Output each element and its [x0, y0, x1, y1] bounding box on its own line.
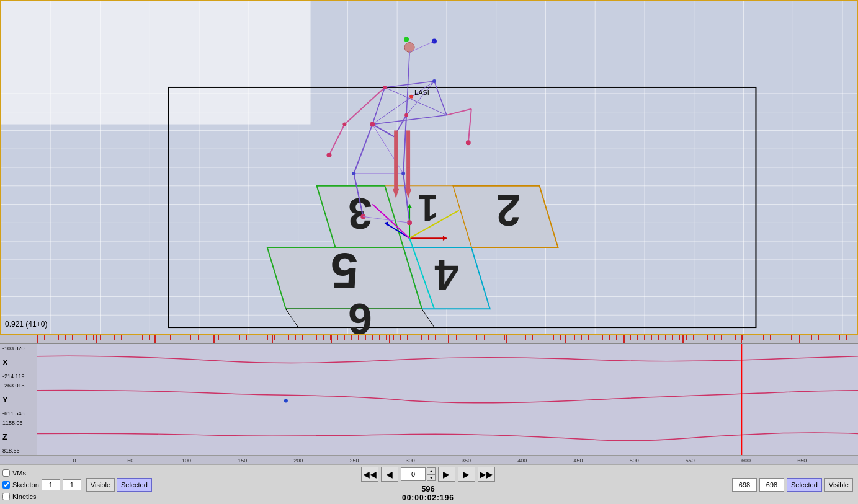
red-tick-mark — [777, 335, 777, 340]
channel-x-minval: -214.119 — [2, 373, 34, 379]
red-tick-large — [213, 335, 215, 343]
svg-rect-97 — [37, 381, 858, 418]
svg-point-90 — [432, 79, 436, 83]
red-tick-mark — [233, 335, 233, 340]
end-frame-input2[interactable] — [759, 478, 784, 492]
tick-550: 550 — [686, 458, 695, 464]
skeleton-val1-input[interactable] — [42, 479, 60, 490]
skeleton-checkbox[interactable] — [2, 481, 10, 489]
back-frame-button[interactable]: ◀ — [381, 467, 398, 482]
red-tick-mark — [358, 335, 359, 340]
red-tick-mark — [700, 335, 700, 340]
play-button[interactable]: ▶ — [458, 467, 475, 482]
3d-viewport[interactable]: 2 1 3 4 5 6 — [0, 0, 858, 335]
red-tick-mark — [735, 335, 736, 340]
red-tick-mark — [456, 335, 457, 340]
red-tick-large — [37, 335, 38, 343]
red-tick-mark — [519, 335, 519, 340]
layer-controls: VMs Skeleton Visible Selected Kinetics — [0, 468, 124, 502]
red-tick-large — [96, 335, 97, 343]
red-tick-mark — [512, 335, 512, 340]
tick-marks-area: 050100150200250300350400450500550600650 — [74, 456, 858, 464]
red-tick-mark — [428, 335, 429, 340]
red-tick-mark — [630, 335, 631, 340]
red-tick-mark — [784, 335, 784, 340]
red-tick-mark — [393, 335, 394, 340]
frame-counter-input[interactable] — [401, 467, 426, 481]
channel-z-graph — [37, 418, 858, 455]
red-tick-mark — [177, 335, 177, 340]
red-tick-mark — [190, 335, 191, 340]
red-tick-mark — [254, 335, 254, 340]
svg-point-57 — [432, 39, 437, 44]
frame-spinner: ▲ ▼ — [427, 467, 436, 481]
svg-rect-1 — [1, 1, 311, 125]
red-tick-mark — [811, 335, 812, 340]
svg-point-88 — [404, 113, 408, 117]
timeline-panel: -103.820 X -214.119 -263.015 Y -611.548 — [0, 343, 858, 464]
red-tick-mark — [407, 335, 408, 340]
end-frame-input1[interactable] — [732, 478, 757, 492]
skeleton-row: Skeleton Visible Selected — [2, 478, 122, 492]
red-tick-mark — [163, 335, 163, 340]
viewport-label-text: 0.921 (41+0) — [5, 320, 47, 329]
vms-checkbox[interactable] — [2, 469, 10, 477]
red-tick-mark — [693, 335, 694, 340]
red-tick-mark — [156, 335, 156, 340]
selected-button-right[interactable]: Selected — [787, 478, 822, 492]
kinetics-label: Kinetics — [12, 493, 37, 500]
svg-rect-100 — [37, 418, 858, 455]
tl-label-spacer — [0, 335, 37, 343]
channel-y-maxval: -263.015 — [2, 382, 34, 389]
red-tick-mark — [574, 335, 575, 340]
red-tick-mark — [798, 335, 798, 340]
red-tick-large — [506, 335, 507, 343]
channel-y-name: Y — [2, 395, 34, 404]
frame-number-display: 596 — [421, 484, 435, 493]
tick-500: 500 — [630, 458, 639, 464]
tick-300: 300 — [406, 458, 415, 464]
red-tick-mark — [386, 335, 387, 340]
tl-ticks-area — [37, 335, 858, 343]
red-tick-mark — [51, 335, 51, 340]
red-tick-large — [154, 335, 156, 343]
red-tick-mark — [540, 335, 540, 340]
red-tick-large — [331, 335, 332, 343]
playback-row: ◀◀ ◀ ▲ ▼ ▶ ▶ ▶▶ — [361, 467, 495, 482]
frame-up-button[interactable]: ▲ — [427, 467, 436, 474]
forward-frame-button[interactable]: ▶ — [438, 467, 455, 482]
svg-point-89 — [383, 86, 387, 89]
visible-button-left[interactable]: Visible — [86, 478, 115, 492]
tick-350: 350 — [462, 458, 471, 464]
red-tick-mark — [763, 335, 764, 340]
channel-z-minval: 818.66 — [2, 448, 34, 454]
kinetics-checkbox[interactable] — [2, 493, 10, 500]
red-tick-mark — [463, 335, 463, 340]
visible-button-right[interactable]: Visible — [824, 478, 853, 492]
channel-z-row: 1158.06 Z 818.66 — [0, 418, 858, 456]
channel-x-row: -103.820 X -214.119 — [0, 344, 858, 381]
red-tick-large — [741, 335, 742, 343]
red-tick-mark — [476, 335, 477, 340]
skip-end-button[interactable]: ▶▶ — [478, 467, 495, 482]
channel-x-maxval: -103.820 — [2, 345, 34, 351]
red-tick-mark — [435, 335, 436, 340]
viewport-info: 0.921 (41+0) — [5, 320, 47, 329]
red-tick-mark — [637, 335, 638, 340]
red-tick-mark — [323, 335, 324, 340]
vms-label: VMs — [12, 469, 26, 477]
skeleton-val2-input[interactable] — [63, 479, 81, 490]
channel-z-label: 1158.06 Z 818.66 — [0, 418, 37, 455]
red-tick-mark — [365, 335, 366, 340]
red-tick-mark — [400, 335, 401, 340]
red-tick-mark — [449, 335, 449, 340]
rewind-start-button[interactable]: ◀◀ — [361, 467, 378, 482]
red-tick-mark — [198, 335, 199, 340]
channel-x-graph — [37, 344, 858, 381]
red-tick-mark — [142, 335, 143, 340]
red-tick-mark — [588, 335, 589, 340]
red-tick-mark — [274, 335, 275, 340]
frame-down-button[interactable]: ▼ — [427, 474, 436, 481]
red-tick-mark — [65, 335, 66, 340]
svg-text:1: 1 — [418, 187, 438, 229]
